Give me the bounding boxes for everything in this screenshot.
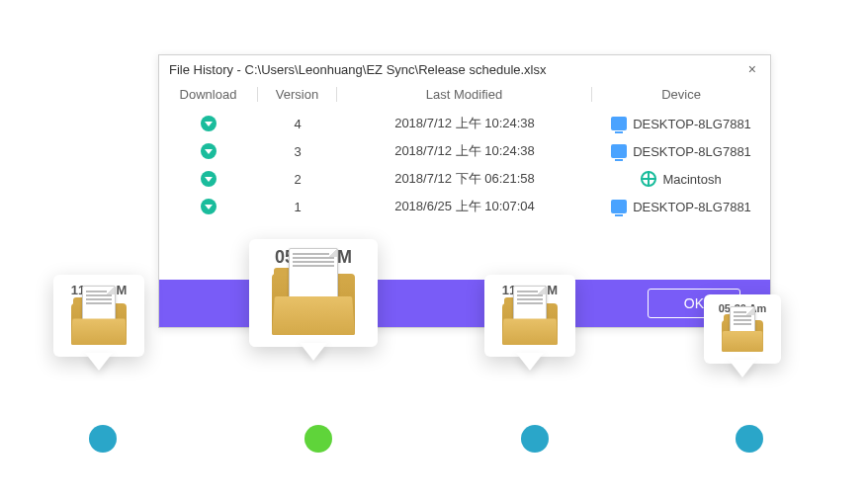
table-row: 22018/7/12 下午 06:21:58Macintosh — [159, 165, 770, 193]
cell-version: 3 — [258, 144, 337, 159]
timeline-dot — [736, 425, 763, 453]
cell-modified: 2018/7/12 上午 10:24:38 — [337, 142, 592, 160]
timeline-dot — [89, 425, 117, 453]
folder-icon — [71, 303, 127, 345]
folder-icon — [272, 274, 355, 335]
timeline-card: 05:30 Am — [704, 294, 781, 364]
timeline-dot — [304, 425, 332, 453]
titlebar: File History - C:\Users\Leonhuang\EZ Syn… — [159, 55, 770, 83]
cell-modified: 2018/7/12 下午 06:21:58 — [337, 170, 592, 188]
folder-icon — [502, 303, 558, 345]
cell-device: DESKTOP-8LG7881 — [592, 144, 770, 159]
table-row: 42018/7/12 上午 10:24:38DESKTOP-8LG7881 — [159, 110, 770, 137]
cell-version: 1 — [258, 200, 337, 214]
header-device: Device — [592, 87, 770, 102]
cell-version: 4 — [258, 117, 337, 131]
column-headers: Download Version Last Modified Device — [159, 83, 770, 110]
monitor-icon — [611, 144, 627, 158]
folder-icon — [722, 320, 763, 352]
table-row: 32018/7/12 上午 10:24:38DESKTOP-8LG7881 — [159, 137, 770, 165]
timeline-card: 11:30 PM — [484, 275, 575, 357]
cell-modified: 2018/6/25 上午 10:07:04 — [337, 198, 592, 215]
header-download: Download — [159, 87, 258, 102]
download-icon[interactable] — [201, 116, 217, 131]
cell-device: DESKTOP-8LG7881 — [592, 200, 770, 214]
timeline-card: 05:30 PM — [249, 239, 378, 347]
cell-device: Macintosh — [592, 171, 770, 187]
download-icon[interactable] — [201, 171, 217, 187]
cell-device: DESKTOP-8LG7881 — [592, 117, 770, 131]
cell-version: 2 — [258, 172, 337, 187]
monitor-icon — [611, 117, 627, 130]
timeline-dot — [521, 425, 549, 453]
cell-modified: 2018/7/12 上午 10:24:38 — [337, 115, 592, 132]
download-icon[interactable] — [201, 143, 217, 159]
header-modified: Last Modified — [337, 87, 592, 102]
table-row: 12018/6/25 上午 10:07:04DESKTOP-8LG7881 — [159, 193, 770, 220]
dialog-title: File History - C:\Users\Leonhuang\EZ Syn… — [169, 62, 547, 77]
download-icon[interactable] — [201, 199, 217, 214]
header-version: Version — [258, 87, 337, 102]
timeline-card: 11:30 AM — [53, 275, 144, 357]
globe-icon — [641, 171, 656, 187]
monitor-icon — [611, 200, 627, 213]
close-icon[interactable]: × — [744, 61, 760, 77]
